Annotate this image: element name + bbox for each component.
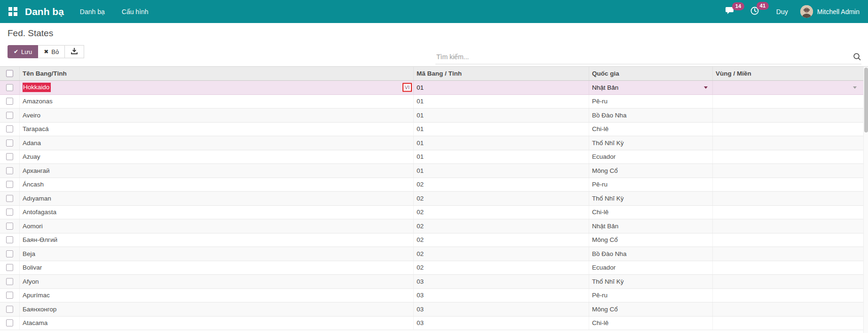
table-row[interactable]: Aomori02Nhật Bản bbox=[0, 219, 863, 233]
cell-country[interactable]: Nhật Bản bbox=[589, 219, 713, 233]
search-input[interactable] bbox=[435, 53, 849, 61]
apps-menu-icon[interactable] bbox=[8, 7, 17, 16]
cell-state-name[interactable]: Beja bbox=[20, 247, 414, 261]
cell-country[interactable]: Chi-lê bbox=[589, 123, 713, 136]
scrollbar-thumb[interactable] bbox=[864, 68, 868, 132]
cell-state-name[interactable]: Áncash bbox=[20, 178, 414, 192]
cell-region[interactable] bbox=[713, 164, 863, 178]
cell-state-name[interactable]: Adana bbox=[20, 136, 414, 150]
cell-country[interactable]: Mông Cổ bbox=[589, 302, 713, 316]
cell-region[interactable] bbox=[713, 317, 863, 330]
table-row[interactable]: Aveiro01Bồ Đào Nha bbox=[0, 108, 863, 123]
row-checkbox[interactable] bbox=[0, 219, 20, 233]
column-header-country[interactable]: Quốc gia bbox=[589, 67, 713, 80]
table-row[interactable]: Архангай01Mông Cổ bbox=[0, 164, 863, 178]
cell-country[interactable]: Ecuador bbox=[589, 261, 713, 275]
table-row[interactable]: Azuay01Ecuador bbox=[0, 150, 863, 164]
cell-state-code[interactable]: 03 bbox=[414, 275, 589, 288]
cell-state-name[interactable]: Afyon bbox=[20, 275, 414, 288]
cell-region[interactable] bbox=[713, 136, 863, 150]
table-row[interactable]: Adıyaman02Thổ Nhĩ Kỳ bbox=[0, 192, 863, 206]
cell-state-code[interactable]: 02 bbox=[414, 261, 589, 275]
cell-country[interactable]: Bồ Đào Nha bbox=[589, 108, 713, 122]
cell-state-code[interactable]: 02 bbox=[414, 247, 589, 261]
cell-country[interactable]: Thổ Nhĩ Kỳ bbox=[589, 275, 713, 288]
row-checkbox[interactable] bbox=[0, 178, 20, 192]
cell-country[interactable]: Mông Cổ bbox=[589, 233, 713, 247]
activities-button[interactable]: 41 bbox=[750, 6, 759, 17]
cell-state-name[interactable]: Tarapacá bbox=[20, 123, 414, 136]
cell-region[interactable] bbox=[713, 108, 863, 122]
cell-state-name[interactable]: Amazonas bbox=[20, 95, 414, 108]
table-row[interactable]: Afyon03Thổ Nhĩ Kỳ bbox=[0, 275, 863, 289]
row-checkbox[interactable] bbox=[0, 123, 20, 136]
cell-state-code[interactable]: 03 bbox=[414, 289, 589, 302]
cell-state-name[interactable]: Aveiro bbox=[20, 108, 414, 122]
cell-region[interactable] bbox=[713, 123, 863, 136]
save-button[interactable]: ✔ Lưu bbox=[8, 45, 38, 58]
row-checkbox[interactable] bbox=[0, 95, 20, 108]
cell-state-code[interactable]: 01 bbox=[414, 150, 589, 164]
cell-region[interactable] bbox=[713, 150, 863, 164]
cell-region[interactable] bbox=[713, 261, 863, 275]
row-checkbox[interactable] bbox=[0, 275, 20, 288]
translation-badge[interactable]: VI bbox=[402, 83, 412, 92]
cell-region[interactable] bbox=[713, 289, 863, 302]
cell-region[interactable] bbox=[713, 233, 863, 247]
vertical-scrollbar[interactable] bbox=[863, 67, 868, 333]
row-checkbox[interactable] bbox=[0, 233, 20, 247]
cell-state-name[interactable]: Баян-Өлгий bbox=[20, 233, 414, 247]
table-row[interactable]: Amazonas01Pê-ru bbox=[0, 95, 863, 109]
cell-country[interactable]: Ecuador bbox=[589, 150, 713, 164]
row-checkbox[interactable] bbox=[0, 206, 20, 219]
cell-region[interactable] bbox=[713, 275, 863, 288]
app-brand[interactable]: Danh bạ bbox=[25, 6, 64, 17]
cell-country[interactable]: Thổ Nhĩ Kỳ bbox=[589, 192, 713, 205]
cell-state-name[interactable]: Aomori bbox=[20, 219, 414, 233]
cell-region[interactable] bbox=[713, 81, 863, 94]
cell-region[interactable] bbox=[713, 95, 863, 108]
menu-configuration[interactable]: Cấu hình bbox=[122, 8, 149, 15]
cell-country[interactable]: Pê-ru bbox=[589, 95, 713, 108]
cell-region[interactable] bbox=[713, 302, 863, 316]
user-avatar[interactable] bbox=[800, 5, 813, 18]
row-checkbox[interactable] bbox=[0, 317, 20, 330]
cell-country[interactable]: Chi-lê bbox=[589, 317, 713, 330]
select-all-checkbox[interactable] bbox=[0, 67, 20, 80]
cell-state-code[interactable]: 02 bbox=[414, 192, 589, 205]
cell-country[interactable]: Thổ Nhĩ Kỳ bbox=[589, 136, 713, 150]
table-row[interactable]: Áncash02Pê-ru bbox=[0, 178, 863, 192]
table-row[interactable]: Antofagasta02Chi-lê bbox=[0, 206, 863, 220]
table-row[interactable]: Beja02Bồ Đào Nha bbox=[0, 247, 863, 261]
cell-state-code[interactable]: 02 bbox=[414, 178, 589, 192]
cell-country[interactable]: Mông Cổ bbox=[589, 164, 713, 178]
cell-state-code[interactable]: 03 bbox=[414, 302, 589, 316]
chevron-down-icon[interactable] bbox=[853, 86, 857, 89]
cell-state-code[interactable]: 01 bbox=[414, 164, 589, 178]
column-header-region[interactable]: Vùng / Miền bbox=[713, 67, 863, 80]
row-checkbox[interactable] bbox=[0, 81, 20, 94]
cell-country[interactable]: Pê-ru bbox=[589, 289, 713, 302]
cell-state-name[interactable]: Antofagasta bbox=[20, 206, 414, 219]
cell-region[interactable] bbox=[713, 247, 863, 261]
cell-state-name[interactable]: Azuay bbox=[20, 150, 414, 164]
cell-region[interactable] bbox=[713, 192, 863, 205]
row-checkbox[interactable] bbox=[0, 302, 20, 316]
cell-region[interactable] bbox=[713, 206, 863, 219]
cell-state-code[interactable]: 01 bbox=[414, 95, 589, 108]
cell-state-code[interactable]: 02 bbox=[414, 233, 589, 247]
cell-region[interactable] bbox=[713, 219, 863, 233]
row-checkbox[interactable] bbox=[0, 164, 20, 178]
cell-state-name[interactable]: HokkaidoVI bbox=[20, 81, 414, 94]
cell-state-name[interactable]: Apurímac bbox=[20, 289, 414, 302]
cell-state-code[interactable]: 02 bbox=[414, 219, 589, 233]
table-row[interactable]: Bolivar02Ecuador bbox=[0, 261, 863, 275]
messages-button[interactable]: 14 bbox=[726, 7, 736, 17]
cell-country[interactable]: Chi-lê bbox=[589, 206, 713, 219]
table-row[interactable]: HokkaidoVI01Nhật Bản bbox=[0, 81, 863, 95]
cell-country[interactable]: Nhật Bản bbox=[589, 81, 713, 94]
row-checkbox[interactable] bbox=[0, 261, 20, 275]
cell-state-code[interactable]: 01 bbox=[414, 81, 589, 94]
chevron-down-icon[interactable] bbox=[704, 86, 708, 89]
cell-state-code[interactable]: 01 bbox=[414, 123, 589, 136]
